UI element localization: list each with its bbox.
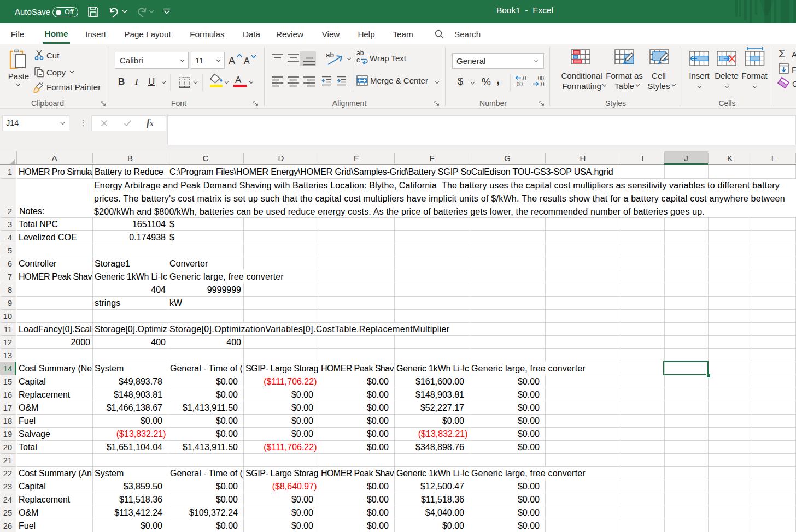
svg-text:.00: .00 <box>536 75 544 81</box>
svg-text:.00: .00 <box>515 81 523 87</box>
svg-text:.0: .0 <box>522 75 526 81</box>
svg-text:.0: .0 <box>540 81 545 87</box>
svg-text:ab: ab <box>356 49 364 57</box>
svg-text:c: c <box>356 56 360 64</box>
